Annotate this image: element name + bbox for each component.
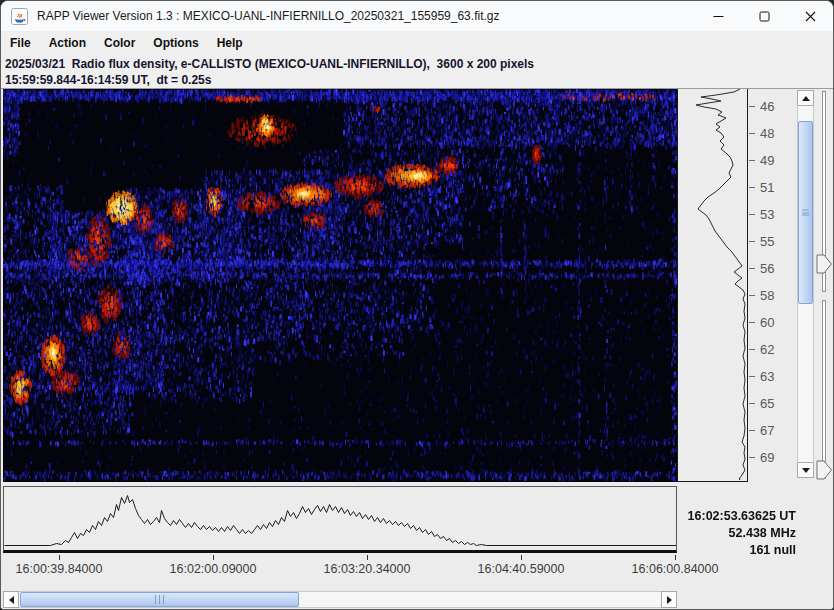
freq-tick-label: 56 bbox=[749, 260, 774, 276]
freq-tick-label: 53 bbox=[749, 206, 774, 222]
menu-color[interactable]: Color bbox=[95, 34, 144, 52]
arrow-right-icon bbox=[667, 596, 672, 604]
cursor-frequency: 52.438 MHz bbox=[621, 525, 796, 542]
menu-options[interactable]: Options bbox=[144, 34, 207, 52]
maximize-icon bbox=[759, 11, 770, 22]
info-header: 2025/03/21 Radio flux density, e-CALLIST… bbox=[1, 54, 833, 89]
time-tick bbox=[521, 555, 522, 560]
spectrogram-canvas[interactable] bbox=[3, 89, 677, 482]
time-tick bbox=[367, 555, 368, 560]
scroll-left-button[interactable] bbox=[3, 591, 19, 608]
close-icon bbox=[805, 11, 816, 22]
freq-tick-label: 58 bbox=[749, 287, 774, 303]
time-tick bbox=[213, 555, 214, 560]
arrow-down-icon bbox=[802, 468, 810, 473]
viewer-content: 4648495153555658606263656769 bbox=[1, 89, 833, 610]
freq-tick-label: 65 bbox=[749, 396, 774, 412]
time-tick-label: 16:03:20.34000 bbox=[324, 562, 411, 576]
vertical-scroll-thumb[interactable] bbox=[798, 121, 813, 304]
lower-slider-thumb[interactable] bbox=[816, 460, 833, 480]
cursor-value: 161 null bbox=[621, 542, 796, 559]
freq-tick-label: 46 bbox=[749, 98, 774, 114]
time-tick-label: 16:06:00.84000 bbox=[632, 562, 719, 576]
vertical-scroll-track[interactable] bbox=[797, 106, 814, 462]
minimize-icon bbox=[713, 11, 724, 22]
freq-tick-label: 51 bbox=[749, 179, 774, 195]
thumb-grip bbox=[799, 208, 812, 217]
horizontal-scroll-thumb[interactable] bbox=[20, 592, 299, 607]
menu-file[interactable]: File bbox=[1, 34, 40, 52]
cursor-time: 16:02:53.63625 UT bbox=[621, 508, 796, 525]
frequency-profile-panel bbox=[677, 89, 748, 482]
observation-info-line2: 15:59:59.844-16:14:59 UT, dt = 0.25s bbox=[1, 72, 833, 88]
menu-bar: File Action Color Options Help bbox=[1, 32, 833, 54]
freq-tick-label: 60 bbox=[749, 315, 774, 331]
scroll-right-button[interactable] bbox=[661, 591, 677, 608]
minimize-button[interactable] bbox=[695, 1, 741, 31]
window-controls bbox=[695, 1, 833, 31]
observation-info-line1: 2025/03/21 Radio flux density, e-CALLIST… bbox=[1, 54, 833, 72]
title-bar[interactable]: RAPP Viewer Version 1.3 : MEXICO-UANL-IN… bbox=[1, 1, 833, 32]
maximize-button[interactable] bbox=[741, 1, 787, 31]
frequency-profile-line bbox=[696, 89, 745, 480]
horizontal-scrollbar[interactable] bbox=[3, 591, 677, 608]
frequency-profile-plot bbox=[678, 89, 747, 480]
thumb-grip bbox=[154, 595, 166, 604]
time-tick-label: 16:00:39.84000 bbox=[16, 562, 103, 576]
upper-frequency-slider[interactable] bbox=[816, 89, 833, 296]
horizontal-scroll-track[interactable] bbox=[19, 591, 661, 608]
timeseries-panel bbox=[3, 486, 677, 553]
time-tick-label: 16:04:40.59000 bbox=[478, 562, 565, 576]
time-tick-label: 16:02:00.09000 bbox=[170, 562, 257, 576]
frequency-axis: 4648495153555658606263656769 bbox=[749, 89, 795, 482]
arrow-up-icon bbox=[802, 96, 810, 101]
java-coffee-cup-icon bbox=[11, 8, 28, 25]
freq-tick-label: 49 bbox=[749, 152, 774, 168]
menu-help[interactable]: Help bbox=[208, 34, 252, 52]
freq-tick-label: 48 bbox=[749, 125, 774, 141]
freq-tick-label: 63 bbox=[749, 369, 774, 385]
freq-tick-label: 69 bbox=[749, 450, 774, 466]
window-title: RAPP Viewer Version 1.3 : MEXICO-UANL-IN… bbox=[37, 9, 499, 23]
freq-tick-label: 62 bbox=[749, 342, 774, 358]
time-tick bbox=[59, 555, 60, 560]
cursor-status: 16:02:53.63625 UT 52.438 MHz 161 null bbox=[621, 508, 796, 559]
scroll-up-button[interactable] bbox=[797, 90, 814, 106]
menu-action[interactable]: Action bbox=[40, 34, 95, 52]
freq-tick-label: 55 bbox=[749, 233, 774, 249]
vertical-scrollbar[interactable] bbox=[797, 90, 814, 478]
timeseries-canvas bbox=[4, 487, 676, 548]
arrow-left-icon bbox=[9, 596, 14, 604]
freq-tick-label: 67 bbox=[749, 423, 774, 439]
rapp-viewer-window: RAPP Viewer Version 1.3 : MEXICO-UANL-IN… bbox=[0, 0, 834, 610]
scroll-down-button[interactable] bbox=[797, 462, 814, 478]
close-button[interactable] bbox=[787, 1, 833, 31]
lower-frequency-slider[interactable] bbox=[816, 298, 833, 483]
upper-slider-thumb[interactable] bbox=[816, 254, 833, 274]
